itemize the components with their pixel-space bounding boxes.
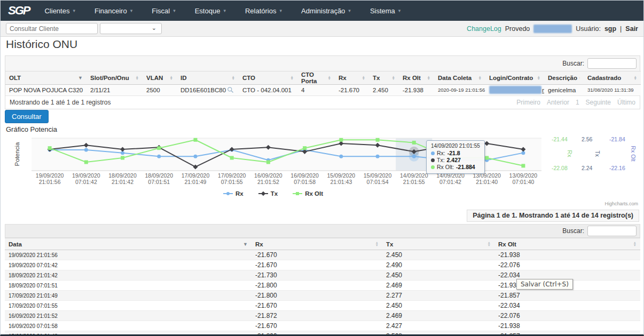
- nav-item-sistema[interactable]: Sistema▾: [370, 7, 401, 15]
- sort-icon: ▲▼: [362, 76, 365, 81]
- legend-marker-icon: [223, 191, 233, 196]
- table-row[interactable]: POP NOVA POJUCA C3202/11/212500DD16E601B…: [5, 85, 641, 95]
- nav-item-fiscal[interactable]: Fiscal▾: [152, 7, 175, 15]
- column-header-rx[interactable]: Rx▲▼: [252, 238, 382, 250]
- column-header-descric-a-o[interactable]: Descrição▲▼: [544, 71, 584, 85]
- legend-label: Rx: [235, 190, 244, 197]
- column-header-tx[interactable]: Tx▲▼: [369, 71, 399, 85]
- column-header-data[interactable]: Data▼: [5, 238, 252, 250]
- column-header-cto[interactable]: CTO▲▼: [239, 71, 297, 85]
- cell: 2.450: [382, 301, 494, 311]
- column-header-id[interactable]: ID▲▼: [177, 71, 239, 85]
- cell: 17/09/2020 21:01:49: [5, 291, 252, 301]
- column-header-tx[interactable]: Tx▲▼: [382, 238, 494, 250]
- cell: 19/09/2020 07:01:42: [5, 260, 252, 270]
- column-header-data-coleta[interactable]: Data Coleta▲▼: [434, 71, 485, 85]
- client-search-input[interactable]: [6, 23, 98, 34]
- column-header-rx-olt[interactable]: Rx Olt▲▼: [494, 238, 640, 250]
- sgp-logo[interactable]: SGP: [8, 4, 29, 18]
- legend-item-rx[interactable]: Rx: [223, 190, 244, 197]
- potencia-chart[interactable]: Potencia 19/09/202021:01:5619/09/202007:…: [5, 133, 640, 209]
- sort-icon: ▲▼: [427, 76, 430, 81]
- pager-primeiro[interactable]: Primeiro: [516, 99, 540, 106]
- logout-link[interactable]: Sair: [625, 25, 638, 33]
- tooltip-row: Rx Olt:-21.884: [431, 164, 480, 171]
- changelog-link[interactable]: ChangeLog: [467, 25, 501, 33]
- chart-tooltip-header: 14/09/2020 21:01:55: [431, 143, 480, 149]
- chevron-down-icon: ▾: [130, 8, 133, 13]
- nav-item-relato-rios[interactable]: Relatórios▾: [245, 7, 282, 15]
- sort-icon: ▲▼: [375, 242, 379, 246]
- pager-u-ltimo[interactable]: Último: [617, 99, 635, 106]
- column-label: Cadastrado: [587, 75, 621, 81]
- history-table-search-input[interactable]: [587, 226, 637, 236]
- cell: -21.938: [494, 321, 640, 331]
- tooltip-row: Rx:-21.8: [431, 150, 480, 157]
- login-link[interactable]: na: [542, 87, 544, 93]
- series-dot-icon: [431, 158, 435, 162]
- onu-table-footer: Mostrando de 1 até 1 de 1 registros Prim…: [5, 95, 640, 109]
- cell: 16/09/2020 21:01:52: [5, 311, 252, 321]
- column-label: Descrição: [548, 75, 577, 81]
- series-dot-icon: [431, 151, 435, 155]
- cell-cto_porta: 4: [297, 85, 335, 95]
- pager-seguinte[interactable]: Seguinte: [586, 99, 611, 106]
- nav-item-administrac-a-o[interactable]: Administração▾: [301, 7, 351, 15]
- search-label: Buscar:: [562, 227, 584, 235]
- column-label: OLT: [9, 75, 21, 81]
- cell: -21.670: [252, 321, 382, 331]
- sort-icon: ▲▼: [290, 76, 294, 81]
- column-header-cto-porta[interactable]: CTO Porta▲▼: [297, 71, 335, 85]
- subheader-right: ChangeLog Provedo Usuário:sgp | Sair: [467, 25, 638, 33]
- legend-item-rx-olt[interactable]: Rx Olt: [293, 190, 323, 197]
- sort-icon: ▲▼: [634, 76, 637, 81]
- legend-item-tx[interactable]: Tx: [258, 190, 278, 197]
- cell: -22.034: [494, 301, 640, 311]
- cell: 2.469: [382, 311, 494, 321]
- cell-id: DD16E601BC80: [177, 85, 239, 95]
- nav-item-label: Relatórios: [245, 7, 277, 15]
- nav-item-clientes[interactable]: Clientes▾: [44, 7, 75, 15]
- consultar-button[interactable]: Consultar: [5, 110, 49, 123]
- column-label: Rx Olt: [498, 241, 516, 247]
- highcharts-credit[interactable]: Highcharts.com: [604, 201, 638, 206]
- chart-y-axis-title: Potencia: [14, 135, 20, 173]
- y-axis-tick-tx: 2.24: [582, 165, 592, 171]
- cell: -21.670: [252, 301, 382, 311]
- sort-icon: ▲▼: [478, 76, 482, 81]
- cell-rx: -21.670: [335, 85, 369, 95]
- y-axis-title-tx: Tx: [594, 150, 601, 157]
- page-title: Histórico ONU: [6, 38, 77, 51]
- cell: -21.730: [252, 270, 382, 281]
- client-search-type-select[interactable]: ⌄: [100, 23, 162, 34]
- column-header-rx[interactable]: Rx▲▼: [335, 71, 369, 85]
- y-axis-title-rx-olt: Rx Olt: [630, 146, 637, 161]
- table-row: 19/09/2020 21:01:56-21.6702.450-21.938: [5, 250, 640, 260]
- cell: 16/09/2020 07:01:58: [5, 321, 252, 331]
- nav-item-financeiro[interactable]: Financeiro▾: [95, 7, 132, 15]
- column-header-olt[interactable]: OLT▼: [5, 71, 87, 85]
- column-header-login-contrato[interactable]: Login/Contrato▲▼: [485, 71, 544, 85]
- cell: 15/09/2020 21:01:43: [5, 331, 252, 336]
- potencia-chart-svg[interactable]: [5, 133, 640, 209]
- column-header-slot-pon-onu[interactable]: Slot/Pon/Onu▲▼: [87, 71, 143, 85]
- cell-tx: 2.450: [369, 85, 399, 95]
- column-header-rx-olt[interactable]: Rx Olt▲▼: [399, 71, 434, 85]
- magnifier-icon[interactable]: [227, 86, 234, 93]
- history-table-toolbar: Buscar:: [5, 224, 640, 238]
- column-header-vlan[interactable]: VLAN▲▼: [143, 71, 177, 85]
- username: sgp: [604, 25, 616, 33]
- pager-1[interactable]: 1: [576, 99, 579, 106]
- column-header-cadastrado[interactable]: Cadastrado▲▼: [584, 71, 641, 85]
- onu-table-toolbar: Buscar:: [5, 56, 640, 71]
- cell: 2.427: [382, 321, 494, 331]
- cell-vlan: 2500: [143, 85, 177, 95]
- legend-marker-icon: [258, 191, 268, 196]
- y-axis-tick-rx: -21.44: [552, 136, 568, 142]
- pager-anterior[interactable]: Anterior: [547, 99, 569, 106]
- column-label: Slot/Pon/Onu: [90, 75, 129, 81]
- y-axis-tick-rx-olt: -22.16: [609, 165, 625, 171]
- onu-table-search-input[interactable]: [587, 58, 637, 69]
- nav-item-estoque[interactable]: Estoque▾: [195, 7, 226, 15]
- cell: -21.872: [252, 311, 382, 321]
